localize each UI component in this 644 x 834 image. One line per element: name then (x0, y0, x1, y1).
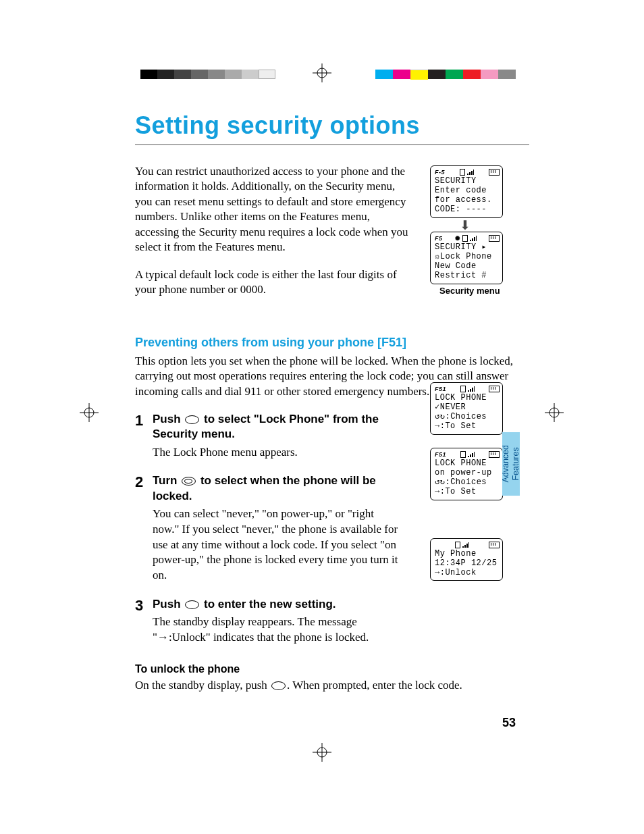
registration-mark-icon (545, 403, 564, 422)
page-number: 53 (502, 716, 516, 730)
step-number: 1 (135, 412, 153, 460)
intro-paragraph: A typical default lock code is either th… (135, 267, 412, 298)
step-text: You can select "never," "on power-up," o… (153, 506, 402, 584)
intro-paragraph: You can restrict unauthorized access to … (135, 164, 412, 255)
step-number: 2 (135, 473, 153, 583)
subsection-text: On the standby display, push . When prom… (135, 678, 529, 694)
subsection-heading: To unlock the phone (135, 663, 529, 675)
phone-screen-lock-never: F51 LOCK PHONE ✓NEVER ↺↻:Choices →:To Se… (430, 382, 503, 435)
section-heading: Preventing others from using your phone … (135, 336, 529, 350)
phone-screen-enter-code: F-5 SECURITY Enter code for access. CODE… (430, 165, 503, 218)
screen-caption: Security menu (439, 286, 500, 296)
section-tab: Advanced Features (502, 432, 520, 496)
phone-screen-security-menu: F5✺ SECURITY ▸ ☼Lock Phone New Code Rest… (430, 232, 503, 284)
registration-mark-icon (313, 743, 331, 762)
push-dial-icon (271, 681, 286, 690)
registration-mark-icon (313, 63, 331, 82)
phone-screen-standby: My Phone 12:34P 12/25 →:Unlock (430, 538, 503, 581)
step-heading: Turn to select when the phone will be lo… (153, 473, 402, 503)
push-dial-icon (185, 415, 199, 424)
grayscale-chips (140, 70, 275, 79)
step-3: 3 Push to enter the new setting. The sta… (135, 597, 529, 646)
down-arrow-icon: ⬇ (460, 217, 471, 233)
registration-mark-icon (80, 403, 99, 422)
turn-dial-icon (182, 477, 196, 486)
step-number: 3 (135, 597, 153, 646)
step-text: The standby display reappears. The messa… (153, 615, 402, 646)
step-text: The Lock Phone menu appears. (153, 445, 402, 461)
title-rule (135, 144, 529, 145)
color-chips (375, 70, 516, 80)
page-title: Setting security options (135, 111, 529, 140)
phone-screen-lock-powerup: F51 LOCK PHONE on power-up ↺↻:Choices →:… (430, 448, 503, 500)
push-dial-icon (185, 600, 199, 609)
step-heading: Push to enter the new setting. (153, 597, 402, 612)
step-heading: Push to select "Lock Phone" from the Sec… (153, 412, 402, 442)
